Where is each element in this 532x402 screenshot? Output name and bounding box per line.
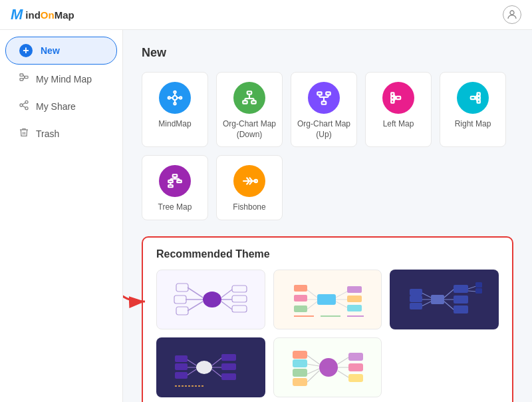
svg-rect-1 xyxy=(20,74,23,76)
svg-line-108 xyxy=(422,302,431,306)
plus-icon: + xyxy=(19,44,33,57)
svg-rect-95 xyxy=(454,285,468,293)
svg-line-75 xyxy=(221,302,232,309)
user-avatar-button[interactable] xyxy=(503,5,521,24)
svg-rect-109 xyxy=(410,303,422,309)
svg-rect-41 xyxy=(471,97,475,99)
sidebar-item-trash[interactable]: Trash xyxy=(5,120,117,146)
svg-rect-112 xyxy=(221,354,236,361)
rightmap-label: Right Map xyxy=(455,119,491,130)
svg-rect-85 xyxy=(347,286,362,293)
svg-line-129 xyxy=(307,369,319,374)
recommended-title: Recommended Theme xyxy=(156,248,499,260)
svg-rect-114 xyxy=(221,363,236,370)
sidebar-item-new-label: New xyxy=(41,45,60,56)
theme-card-5[interactable] xyxy=(273,337,382,397)
svg-rect-2 xyxy=(20,79,23,81)
mindmap-icon xyxy=(159,82,191,114)
svg-line-121 xyxy=(187,369,196,375)
svg-line-100 xyxy=(468,286,476,289)
map-type-orgchart-up[interactable]: Org-Chart Map (Up) xyxy=(291,72,357,147)
svg-rect-83 xyxy=(294,305,307,312)
svg-rect-89 xyxy=(347,305,362,311)
svg-rect-93 xyxy=(431,295,444,304)
sidebar-item-mymindmap-label: My Mind Map xyxy=(36,74,92,85)
map-type-rightmap[interactable]: Right Map xyxy=(440,72,506,147)
svg-line-82 xyxy=(306,302,317,310)
svg-rect-48 xyxy=(173,174,178,177)
svg-rect-128 xyxy=(293,359,307,367)
svg-rect-76 xyxy=(232,305,247,312)
svg-rect-132 xyxy=(293,378,307,386)
header: M indOnMap xyxy=(0,0,532,30)
svg-line-125 xyxy=(307,355,319,364)
rightmap-icon xyxy=(457,82,489,114)
map-type-orgchart-down[interactable]: Org-Chart Map(Down) xyxy=(216,72,283,147)
svg-rect-103 xyxy=(475,288,482,294)
mindmap-label: MindMap xyxy=(158,119,191,130)
svg-point-11 xyxy=(173,96,178,100)
svg-rect-47 xyxy=(477,100,480,102)
sidebar-item-trash-label: Trash xyxy=(36,128,59,139)
svg-rect-45 xyxy=(477,93,480,95)
svg-line-88 xyxy=(336,302,347,307)
sidebar-item-new[interactable]: + New xyxy=(5,37,117,65)
orgchart-up-label: Org-Chart Map (Up) xyxy=(297,119,351,140)
leftmap-icon xyxy=(382,82,414,114)
svg-rect-3 xyxy=(25,76,28,78)
svg-line-94 xyxy=(444,290,454,298)
svg-rect-79 xyxy=(294,285,307,292)
svg-line-131 xyxy=(307,371,319,382)
orgchart-down-icon xyxy=(233,82,265,114)
sidebar-item-myshare-label: My Share xyxy=(36,101,76,112)
svg-rect-72 xyxy=(232,286,247,292)
svg-rect-27 xyxy=(322,101,327,104)
map-type-treemap[interactable]: Tree Map xyxy=(142,155,208,220)
theme-card-3[interactable] xyxy=(390,270,499,329)
theme-card-1[interactable] xyxy=(156,270,265,329)
svg-rect-81 xyxy=(294,295,307,302)
svg-rect-105 xyxy=(410,289,422,296)
myshare-icon xyxy=(19,100,29,112)
svg-rect-136 xyxy=(348,363,363,371)
svg-rect-77 xyxy=(317,294,336,305)
svg-rect-74 xyxy=(232,296,247,302)
recommended-wrapper: Recommended Theme xyxy=(142,236,513,402)
svg-point-8 xyxy=(25,107,28,110)
fishbone-label: Fishbone xyxy=(233,202,265,213)
svg-rect-46 xyxy=(477,97,480,99)
logo-icon: M xyxy=(11,6,23,23)
svg-rect-56 xyxy=(168,185,173,187)
svg-line-133 xyxy=(338,357,348,364)
svg-line-78 xyxy=(306,289,317,298)
main-layout: + New My Mind Map xyxy=(0,30,532,402)
svg-rect-39 xyxy=(391,97,394,99)
sidebar-item-mymindmap[interactable]: My Mind Map xyxy=(5,66,117,92)
svg-rect-66 xyxy=(176,284,188,292)
svg-point-17 xyxy=(174,102,176,104)
sidebar-item-myshare[interactable]: My Share xyxy=(5,93,117,119)
svg-line-65 xyxy=(188,288,203,298)
new-section-title: New xyxy=(142,46,513,60)
svg-point-16 xyxy=(174,91,176,93)
map-type-leftmap[interactable]: Left Map xyxy=(365,72,432,147)
map-type-fishbone[interactable]: Fishbone xyxy=(216,155,283,220)
svg-line-98 xyxy=(444,302,454,309)
content: New MindM xyxy=(123,30,532,402)
trash-icon xyxy=(19,127,29,140)
svg-rect-40 xyxy=(391,100,394,102)
theme-card-2[interactable] xyxy=(273,270,382,329)
fishbone-icon xyxy=(233,165,265,197)
orgchart-down-label: Org-Chart Map(Down) xyxy=(223,119,276,140)
map-type-mindmap[interactable]: MindMap xyxy=(142,72,208,147)
svg-rect-53 xyxy=(168,180,173,182)
orgchart-up-icon xyxy=(308,82,340,114)
svg-line-71 xyxy=(221,290,232,298)
svg-rect-68 xyxy=(174,296,186,303)
svg-rect-122 xyxy=(175,372,188,379)
logo-text: indOnMap xyxy=(25,9,74,21)
svg-line-137 xyxy=(338,371,348,377)
theme-card-4[interactable] xyxy=(156,337,265,397)
svg-rect-116 xyxy=(221,373,236,380)
svg-line-69 xyxy=(188,302,203,311)
